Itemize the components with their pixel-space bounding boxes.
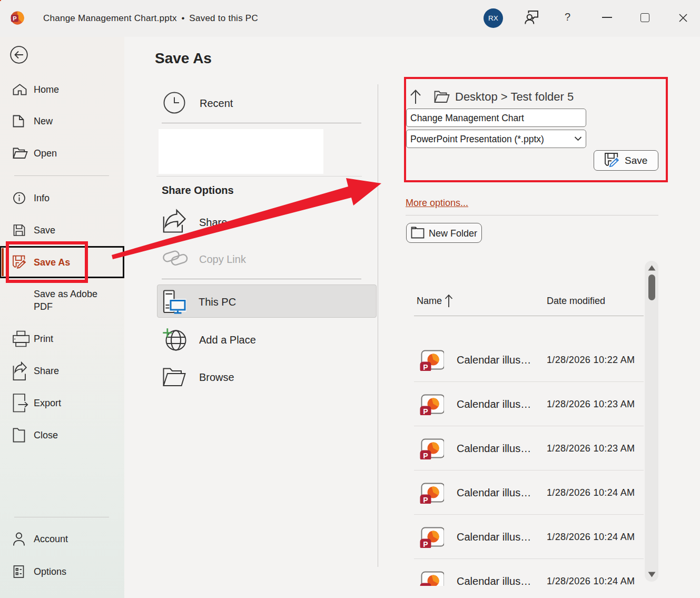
svg-text:P: P [13,15,16,22]
svg-text:P: P [423,495,428,504]
svg-text:P: P [423,407,428,415]
svg-text:P: P [423,540,428,548]
svg-text:P: P [423,362,428,371]
svg-text:P: P [423,451,428,459]
